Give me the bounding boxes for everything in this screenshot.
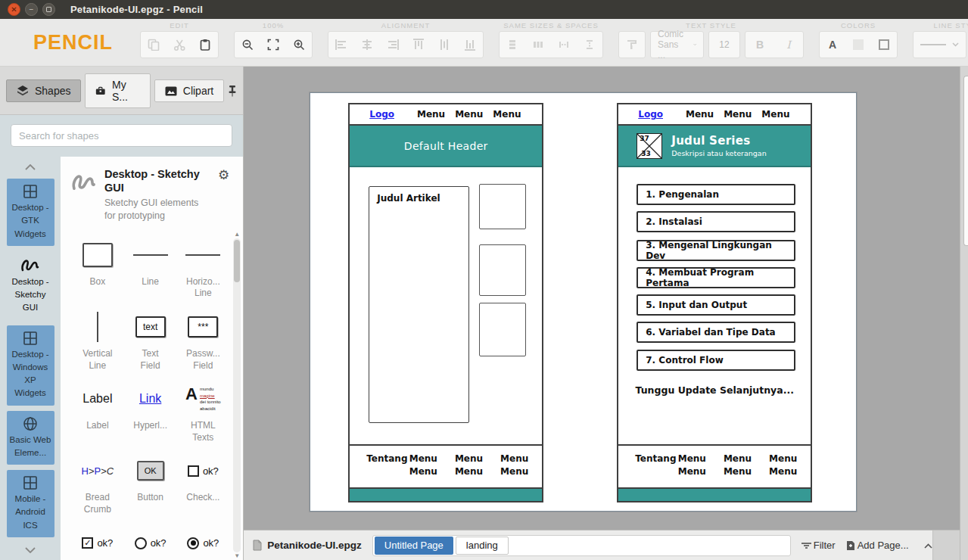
canvas-area[interactable]: Logo Menu Menu Menu Default Header Judul… [244,67,959,530]
mockup-menu-item[interactable]: Menu [686,109,714,120]
footer-menu-item[interactable]: Menu [678,453,706,464]
shape-checkbox[interactable]: ok? Check... [177,450,230,518]
shape-radio-button[interactable]: ok? Radio button [124,522,177,560]
font-family-select[interactable]: Comic Sans ... [651,32,703,58]
sidebar-box[interactable] [479,303,526,356]
app-logo: PENCIL [33,31,113,54]
collection-basic-web[interactable]: Basic Web Eleme... [7,411,54,465]
scroll-down-icon[interactable]: ▼ [234,552,240,560]
tab-my-stuff[interactable]: My S... [85,73,150,108]
align-right-icon [380,32,406,58]
mockup-menu-item[interactable]: Menu [724,109,752,120]
footer-menu-item[interactable]: Menu [409,466,437,477]
collection-android-ics[interactable]: Mobile - Android ICS [7,470,54,537]
footer-menu-item[interactable]: Menu [455,453,483,464]
page-tab-landing[interactable]: landing [456,537,509,555]
colors-group-label: COLORS [841,19,876,31]
line-preview-icon [133,254,168,256]
series-title: Judul Series [671,134,766,148]
font-size-field[interactable]: 12 [709,32,739,58]
mockup-article-page[interactable]: Logo Menu Menu Menu Default Header Judul… [348,103,543,502]
shape-line[interactable]: Line [124,234,177,303]
shape-box[interactable]: Box [71,234,124,303]
fill-color-swatch[interactable] [845,32,871,58]
collection-winxp-widgets[interactable]: Desktop - Windows XP Widgets [7,325,54,406]
line-style-select[interactable] [914,32,966,58]
window-minimize-button[interactable]: − [25,3,38,16]
series-list-item[interactable]: 2. Instalasi [637,211,795,232]
stroke-color-swatch[interactable] [871,32,897,58]
shape-horizontal-line[interactable]: Horizo... Line [177,234,230,303]
mockup-menu-item[interactable]: Menu [455,109,483,120]
page-tab-untitled[interactable]: Untitled Page [375,537,453,555]
rail-scroll-up-icon[interactable] [25,160,36,173]
filter-button[interactable]: Filter [801,540,836,551]
mockup-menu-item[interactable]: Menu [761,109,789,120]
bottom-bar-corner [932,530,960,560]
series-list-item[interactable]: 6. Variabel dan Tipe Data [637,322,795,343]
shapes-panel: Desktop - Sketchy GUI Sketchy GUI elemen… [61,157,243,560]
shape-hyperlink[interactable]: Link Hyperl... [124,378,177,446]
footer-menu-item[interactable]: Menu [724,453,752,464]
mockup-menu-item[interactable]: Menu [417,109,445,120]
collapse-pages-icon[interactable] [924,540,932,551]
footer-menu-item[interactable]: Menu [455,466,483,477]
pages-bottom-bar: Petanikode-UI.epgz Untitled Page landing… [244,530,959,560]
filter-icon [801,542,811,549]
alignment-group: ALIGNMENT [328,19,484,58]
footer-menu-item[interactable]: Menu [769,453,797,464]
collection-settings-gear-icon[interactable]: ⚙ [218,167,229,222]
collection-gtk-widgets[interactable]: Desktop - GTK Widgets [7,179,54,246]
shape-password-field[interactable]: *** Passw... Field [177,306,230,375]
shape-breadcrumb[interactable]: H>P>C Bread Crumb [71,450,124,518]
shape-button[interactable]: OK Button [124,450,177,518]
shape-checked-checkbox[interactable]: ✓ok? Checked Check [71,522,124,560]
main-menu-icon[interactable] [6,28,15,61]
footer-menu-item[interactable]: Menu [678,466,706,477]
add-page-button[interactable]: Add Page... [846,540,909,551]
mockup-series-page[interactable]: Logo Menu Menu Menu 37 33 Judul Series [617,103,812,502]
properties-tab[interactable]: Properties [963,76,968,246]
series-list-item[interactable]: 7. Control Flow [637,350,795,371]
shape-vertical-line[interactable]: Vertical Line [71,306,124,375]
footer-menu-item[interactable]: Menu [500,453,528,464]
shape-label-item[interactable]: Label Label [71,378,124,446]
series-list-item[interactable]: 4. Membuat Program Pertama [637,267,795,288]
window-maximize-button[interactable] [42,3,55,16]
window-close-button[interactable]: ✕ [8,3,20,16]
shape-label: Box [90,276,106,288]
shapes-scrollbar[interactable]: ▲ ▼ [232,231,241,560]
sidebar-box[interactable] [479,184,526,229]
collection-label: Mobile - Android ICS [8,493,53,532]
article-box[interactable]: Judul Artikel [369,186,469,423]
zoom-out-icon[interactable] [235,32,260,58]
scroll-up-icon[interactable]: ▲ [234,231,240,238]
scrollbar-thumb[interactable] [234,240,240,282]
series-list-item[interactable]: 5. Input dan Output [637,294,795,316]
collection-sketchy-gui[interactable]: Desktop - Sketchy GUI [7,251,54,320]
tab-shapes[interactable]: Shapes [6,79,81,102]
footer-menu-item[interactable]: Menu [724,466,752,477]
mockup-logo-link[interactable]: Logo [369,109,394,120]
sidebar-box[interactable] [479,244,526,296]
series-list-item[interactable]: 3. Mengenal Lingkungan Dev [637,240,795,261]
mockup-logo-link[interactable]: Logo [638,109,663,120]
zoom-in-icon[interactable] [286,32,312,58]
article-title: Judul Artikel [377,193,440,204]
mockup-menu-item[interactable]: Menu [493,109,521,120]
footer-menu-item[interactable]: Menu [409,453,437,464]
shape-html-texts[interactable]: A mundu magine dei tonnito abacidit HTML… [177,378,230,446]
shape-search-input[interactable] [11,124,232,147]
paste-icon[interactable] [192,32,218,58]
shape-text-field[interactable]: text Text Field [124,306,177,375]
series-list-item[interactable]: 1. Pengenalan [637,184,795,205]
rail-scroll-down-icon[interactable] [25,543,36,556]
tab-clipart[interactable]: Clipart [154,79,224,102]
pin-sidebar-icon[interactable] [228,85,237,97]
document-page[interactable]: Logo Menu Menu Menu Default Header Judul… [310,92,857,512]
shape-selected-radio[interactable]: ok? Selected Radio [177,522,230,560]
zoom-fit-icon[interactable] [260,32,286,58]
text-color-button[interactable]: A [820,32,845,58]
footer-menu-item[interactable]: Menu [500,466,528,477]
footer-menu-item[interactable]: Menu [769,466,797,477]
